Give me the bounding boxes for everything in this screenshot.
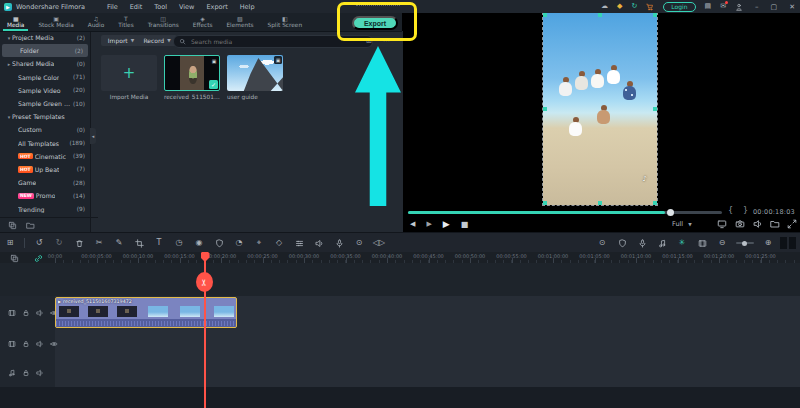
sidebar-item-folder[interactable]: Folder(2)	[2, 44, 88, 57]
track-height-preset[interactable]	[789, 237, 796, 249]
delete-icon[interactable]	[69, 239, 89, 248]
maximize-button[interactable]: ▢	[771, 3, 778, 11]
cart-icon[interactable]	[646, 3, 654, 11]
crop-icon[interactable]	[129, 239, 149, 248]
login-button[interactable]: Login	[663, 2, 695, 12]
adjust-icon[interactable]	[289, 239, 309, 248]
snapshot-camera-icon[interactable]	[735, 219, 745, 229]
selection-handle[interactable]	[653, 13, 657, 17]
auto-ripple-link-icon[interactable]	[34, 254, 43, 263]
playback-progress-bar[interactable]	[408, 211, 722, 214]
mark-in-icon[interactable]: {	[728, 206, 733, 215]
close-button[interactable]: ✕	[789, 3, 795, 11]
media-item-received[interactable]: ▣ ✓	[164, 55, 220, 91]
tab-elements[interactable]: ▧Elements	[219, 13, 260, 31]
render-preview-icon[interactable]: ⊙	[349, 239, 369, 247]
timeline-ruler[interactable]: 00:0000:00:05:0000:00:10:0000:00:15:0000…	[55, 252, 800, 263]
track-height-preset[interactable]	[780, 237, 787, 249]
tab-split-screen[interactable]: ◧Split Screen	[260, 13, 309, 31]
selection-handle[interactable]	[543, 13, 547, 17]
selection-handle[interactable]	[543, 107, 547, 111]
render-play-icon[interactable]: ⊙	[592, 239, 612, 247]
previous-frame-button[interactable]: ◀	[410, 220, 415, 228]
filmstrip-icon[interactable]	[692, 239, 712, 248]
more-options-icon[interactable]: ⋯	[383, 37, 390, 45]
menu-file[interactable]: File	[107, 3, 118, 11]
text-icon[interactable]: T	[149, 239, 169, 247]
next-frame-button[interactable]: ▶	[426, 220, 431, 228]
speed-icon[interactable]: ◷	[169, 239, 189, 247]
timeline-clip[interactable]: ▶ received_511501607319472	[55, 297, 237, 328]
sidebar-item-sample-green-scre-[interactable]: Sample Green Scre...(10)	[0, 97, 90, 110]
track-manager-icon[interactable]	[10, 254, 19, 263]
split-icon[interactable]: ✂	[89, 239, 109, 247]
undo-icon[interactable]: ↺	[29, 239, 49, 247]
search-box[interactable]	[173, 35, 373, 48]
export-button[interactable]: Export	[352, 16, 398, 30]
sidebar-item-cinematic[interactable]: HOTCinematic(39)	[0, 150, 90, 163]
messages-icon[interactable]: ✉	[720, 3, 726, 10]
audio-track-icon[interactable]	[8, 369, 16, 377]
mark-out-icon[interactable]: }	[743, 206, 748, 215]
mute-icon[interactable]	[36, 309, 44, 317]
sidebar-item-project-media[interactable]: ▾Project Media(2)	[0, 31, 90, 44]
audio-track[interactable]	[0, 359, 800, 388]
keyframe-icon[interactable]: ◇	[269, 239, 289, 247]
selection-handle[interactable]	[598, 201, 602, 205]
zoom-out-icon[interactable]: ⊖	[712, 239, 732, 247]
lock-icon[interactable]	[22, 309, 30, 317]
export-frame-icon[interactable]	[770, 219, 780, 229]
sync-icon[interactable]: ↻	[631, 3, 637, 10]
sidebar-collapse-handle[interactable]: ◂	[90, 128, 96, 144]
tab-transitions[interactable]: ◫Transitions	[141, 13, 186, 31]
folder-icon[interactable]	[26, 221, 35, 230]
menu-edit[interactable]: Edit	[130, 3, 143, 11]
search-input[interactable]	[189, 37, 343, 46]
sidebar-item-trending[interactable]: Trending(9)	[0, 202, 90, 215]
import-media-tile[interactable]: +	[101, 55, 157, 91]
tab-audio[interactable]: ♫Audio	[81, 13, 111, 31]
sidebar-item-sample-color[interactable]: Sample Color(71)	[0, 71, 90, 84]
account-icon[interactable]	[735, 3, 743, 11]
mixer-icon[interactable]	[309, 239, 329, 248]
zoom-fit-select[interactable]: Full ▼	[672, 220, 692, 228]
preview-video[interactable]: ♪	[543, 13, 657, 205]
mute-icon[interactable]	[36, 340, 44, 348]
toolbox-icon[interactable]: ⊞	[0, 239, 20, 247]
audio-stretch-icon[interactable]: ◁▷	[369, 239, 389, 247]
progress-handle[interactable]	[667, 209, 674, 216]
tab-media[interactable]: ▦Media	[0, 13, 31, 31]
audio-edit-icon[interactable]	[652, 239, 672, 248]
video-track-icon[interactable]	[8, 340, 16, 348]
selection-handle[interactable]	[543, 201, 547, 205]
video-track[interactable]	[0, 329, 800, 360]
video-track-icon[interactable]	[8, 309, 16, 317]
timeline-zoom-slider[interactable]	[736, 242, 754, 244]
sidebar-item-preset-templates[interactable]: ▾Preset Templates	[0, 110, 90, 123]
selection-handle[interactable]	[598, 13, 602, 17]
grid-view-icon[interactable]: ⊞	[366, 37, 372, 45]
mask-icon[interactable]	[209, 239, 229, 248]
sidebar-item-up-beat[interactable]: HOTUp Beat(7)	[0, 163, 90, 176]
tab-titles[interactable]: TTitles	[111, 13, 140, 31]
menu-view[interactable]: View	[179, 3, 194, 11]
minimize-button[interactable]: –	[755, 3, 759, 11]
sidebar-item-shared-media[interactable]: ▸Shared Media(0)	[0, 57, 90, 70]
record-voiceover-icon[interactable]	[632, 239, 652, 248]
voiceover-icon[interactable]	[329, 239, 349, 248]
fullscreen-icon[interactable]	[787, 219, 797, 229]
media-item-user-guide[interactable]: ▣	[227, 55, 283, 91]
new-folder-icon[interactable]	[8, 221, 17, 230]
speaker-icon[interactable]	[753, 219, 763, 229]
lock-icon[interactable]	[22, 369, 30, 377]
timer-icon[interactable]: ◔	[229, 239, 249, 247]
lock-icon[interactable]	[22, 340, 30, 348]
menu-tool[interactable]: Tool	[154, 3, 167, 11]
import-button[interactable]: Import▼	[101, 35, 141, 46]
menu-help[interactable]: Help	[240, 3, 255, 11]
tab-effects[interactable]: ◈Effects	[186, 13, 220, 31]
zoom-to-fit-icon[interactable]: ⊕	[758, 239, 778, 247]
selection-handle[interactable]	[653, 201, 657, 205]
selection-handle[interactable]	[653, 107, 657, 111]
tab-stock-media[interactable]: ▣Stock Media	[31, 13, 80, 31]
